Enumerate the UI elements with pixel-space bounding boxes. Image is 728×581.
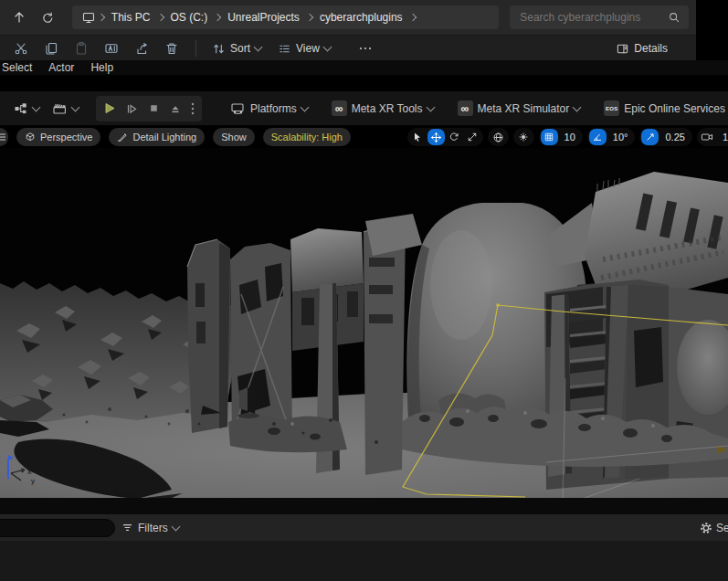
breadcrumb-cyberarchplugins[interactable]: cyberarchplugins [315,11,407,24]
frame-skip-icon [124,101,139,116]
perspective-label: Perspective [40,132,92,143]
delete-button[interactable] [158,37,185,59]
move-tool-button[interactable] [427,129,445,145]
play-options-button[interactable] [186,98,199,120]
angle-snap-value[interactable]: 10° [607,132,634,143]
epic-online-services-dropdown[interactable]: EOS Epic Online Services [597,97,728,121]
eject-button[interactable] [164,98,186,120]
viewport-scene[interactable]: x y [0,148,728,498]
rotate-tool-button[interactable] [446,129,463,145]
eject-icon [168,101,183,116]
chevron-down-icon [254,43,263,52]
select-tool-button[interactable] [409,129,427,145]
details-pane-icon [616,42,629,56]
breadcrumb-unrealprojects[interactable]: UnrealProjects [223,11,304,24]
refresh-button[interactable] [36,5,58,29]
cut-button[interactable] [7,37,35,59]
refresh-icon [41,11,55,25]
content-browser-body [0,541,728,581]
meta-xr-tools-label: Meta XR Tools [352,102,423,115]
breadcrumb-separator-icon [306,14,313,21]
scale-snap-button[interactable] [641,129,659,145]
content-search-box[interactable] [0,519,115,537]
chevron-down-icon [322,43,332,52]
breadcrumb-separator-icon [408,14,416,21]
paste-button[interactable] [68,37,95,59]
scalability-button[interactable]: Scalability: High [263,128,351,146]
scale-tool-button[interactable] [464,129,481,145]
details-button[interactable]: Details [607,37,676,59]
up-button[interactable] [7,5,30,29]
show-label: Show [221,132,247,143]
viewport-tool-cluster: 10 10° 0.25 1 [407,128,728,146]
address-bar[interactable]: This PC OS (C:) UnrealProjects cyberarch… [72,5,499,29]
settings-gear-icon [700,522,712,534]
chevron-down-icon [426,102,435,111]
play-controls [96,96,202,121]
breadcrumb-separator-icon [214,14,221,21]
level-viewport[interactable]: x y Perspective Detail Lighting Show Sca… [0,126,728,498]
chevron-down-icon [573,102,582,111]
modes-dropdown[interactable] [7,97,46,121]
rotate-icon [448,132,459,143]
stop-icon [147,101,161,115]
scale-snap-value[interactable]: 0.25 [659,132,690,143]
rename-button[interactable] [98,37,125,59]
view-button[interactable]: View [269,37,339,59]
play-button[interactable] [99,98,121,120]
menu-actor[interactable]: Actor [40,61,82,74]
world-space-button[interactable] [490,129,507,145]
perspective-dropdown[interactable]: Perspective [16,128,100,146]
explorer-search-input[interactable] [518,10,668,25]
content-search-input[interactable] [0,522,105,534]
settings-button[interactable]: Settings [700,514,728,541]
unreal-menu-bar: Select Actor Help [0,60,728,75]
globe-icon [492,132,504,143]
copy-button[interactable] [37,37,65,59]
search-icon [668,11,681,24]
view-mode-dropdown[interactable]: Detail Lighting [109,128,205,146]
chevron-down-icon [32,102,41,111]
camera-speed-group: 1 [697,128,728,146]
eos-icon: EOS [604,100,619,116]
meta-xr-simulator-dropdown[interactable]: ∞ Meta XR Simulator [451,97,587,121]
menu-help[interactable]: Help [82,61,121,74]
meta-logo-icon: ∞ [332,100,347,116]
window-spacer [0,75,728,91]
camera-speed-button[interactable] [699,129,716,145]
share-icon [134,41,149,56]
breadcrumb-os-c[interactable]: OS (C:) [166,11,213,24]
grid-snap-value[interactable]: 10 [559,132,581,143]
show-dropdown[interactable]: Show [213,128,255,146]
platforms-dropdown[interactable]: Platforms [224,97,314,121]
coordinate-space-group [488,128,509,146]
camera-icon [701,132,713,143]
share-button[interactable] [128,37,155,59]
surface-snap-button[interactable] [515,129,533,145]
cinematics-dropdown[interactable] [46,97,85,121]
angle-snap-button[interactable] [589,129,607,145]
filters-dropdown[interactable]: Filters [121,514,179,541]
clapperboard-icon [52,101,68,116]
sort-button[interactable]: Sort [204,37,269,59]
meta-xr-simulator-label: Meta XR Simulator [478,102,570,115]
details-label: Details [634,42,668,55]
camera-speed-value[interactable]: 1 [717,132,728,143]
stop-button[interactable] [142,98,164,120]
viewport-menu-button[interactable] [0,128,8,146]
panel-divider [0,498,728,514]
meta-xr-tools-dropdown[interactable]: ∞ Meta XR Tools [325,97,440,121]
explorer-search-box[interactable] [510,5,689,29]
grid-snap-button[interactable] [541,129,558,145]
angle-snap-group: 10° [587,128,636,146]
paste-icon [74,41,89,56]
more-options-button[interactable] [352,37,379,59]
breadcrumb-this-pc[interactable]: This PC [107,11,155,24]
up-arrow-icon [12,10,26,25]
frame-skip-button[interactable] [121,98,142,120]
kebab-menu-icon [191,102,195,115]
chevron-down-icon [300,102,309,111]
view-mode-label: Detail Lighting [132,132,196,143]
transform-tools-group [407,128,483,146]
menu-select[interactable]: Select [0,61,40,74]
